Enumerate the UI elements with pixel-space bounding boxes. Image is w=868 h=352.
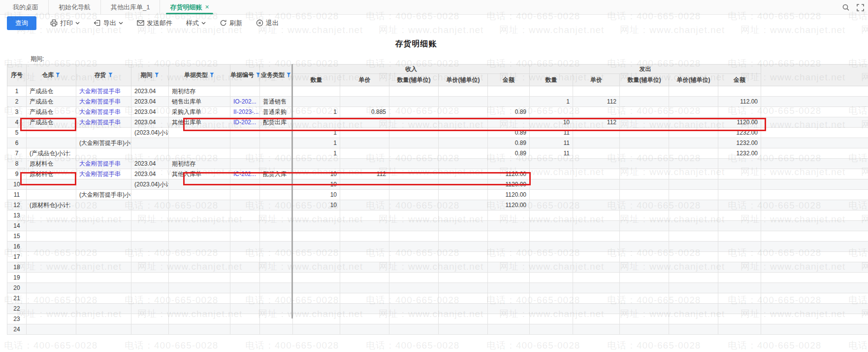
cell[interactable]: 普通销售 [260, 97, 293, 107]
tab-other-outbound-order[interactable]: 其他出库单_1 [100, 0, 160, 14]
row-number[interactable]: 8 [7, 159, 27, 169]
row-number[interactable]: 22 [7, 304, 27, 314]
cell[interactable]: 10 [293, 190, 340, 200]
column-header-inventory[interactable]: 存货 [76, 65, 131, 86]
cell[interactable]: 112 [573, 117, 620, 128]
cell[interactable]: 产成品仓 [27, 97, 76, 107]
cell[interactable]: 1120.00 [488, 179, 530, 190]
cell[interactable]: (2023.04)小计: [131, 128, 169, 138]
cell[interactable]: 2023.04 [131, 117, 169, 128]
tab-my-desktop[interactable]: 我的桌面 [3, 0, 48, 14]
cell[interactable]: 原材料仓 [27, 159, 76, 169]
cell[interactable]: 期初结存 [169, 159, 230, 169]
cell[interactable]: 11 [530, 138, 573, 148]
row-number[interactable]: 3 [7, 107, 27, 117]
cell[interactable]: 0.89 [488, 148, 530, 159]
link-cell[interactable]: 大金刚菩提手串 [76, 159, 131, 169]
cell[interactable]: 产成品仓 [27, 86, 76, 97]
export-button[interactable]: 导出 [94, 19, 123, 28]
filter-icon[interactable] [210, 72, 215, 78]
row-number[interactable]: 11 [7, 190, 27, 200]
row-number[interactable]: 1 [7, 86, 27, 97]
row-number[interactable]: 17 [7, 252, 27, 262]
link-cell[interactable]: II-2023-... [230, 107, 260, 117]
column-header-biz-type[interactable]: 业务类型 [260, 65, 293, 86]
cell[interactable]: 1120.00 [488, 190, 530, 200]
cell[interactable]: 2023.04 [131, 159, 169, 169]
row-number[interactable]: 21 [7, 293, 27, 304]
row-number[interactable]: 24 [7, 324, 27, 335]
close-icon[interactable]: × [205, 0, 209, 14]
cell[interactable]: (2023.04)小计: [131, 179, 169, 190]
cell[interactable]: 0.89 [488, 138, 530, 148]
link-cell[interactable]: 大金刚菩提手串 [76, 86, 131, 97]
column-header-warehouse[interactable]: 仓库 [27, 65, 76, 86]
cell[interactable]: 0.885 [340, 107, 389, 117]
row-number[interactable]: 18 [7, 262, 27, 273]
row-number[interactable]: 13 [7, 211, 27, 221]
cell[interactable]: (大金刚菩提手串)小计: [76, 138, 131, 148]
cell[interactable]: 配货出库 [260, 117, 293, 128]
send-email-button[interactable]: 发送邮件 [137, 19, 172, 28]
cell[interactable]: 1 [293, 107, 340, 117]
cell[interactable]: 普通采购 [260, 107, 293, 117]
row-number[interactable]: 9 [7, 169, 27, 179]
column-header-period[interactable]: 期间 [131, 65, 169, 86]
cell[interactable]: 期初结存 [169, 86, 230, 97]
cell[interactable]: 其他入库单 [169, 169, 230, 179]
link-cell[interactable]: 大金刚菩提手串 [76, 107, 131, 117]
cell[interactable]: 其他出库单 [169, 117, 230, 128]
column-subheader[interactable]: 数量(辅单位) [389, 74, 439, 86]
cell[interactable]: 10 [530, 117, 573, 128]
column-subheader[interactable]: 金额 [488, 74, 530, 86]
cell[interactable]: 112 [340, 169, 389, 179]
column-subheader[interactable]: 金额 [718, 74, 761, 86]
cell[interactable]: 2023.04 [131, 107, 169, 117]
row-number[interactable]: 12 [7, 200, 27, 211]
link-cell[interactable]: 大金刚菩提手串 [76, 97, 131, 107]
cell[interactable]: 产成品仓 [27, 117, 76, 128]
cell[interactable]: 1120.00 [488, 200, 530, 211]
cell[interactable]: 配货入库 [260, 169, 293, 179]
cell[interactable]: 产成品仓 [27, 107, 76, 117]
tab-init-navigation[interactable]: 初始化导航 [48, 0, 100, 14]
cell[interactable]: 2023.04 [131, 169, 169, 179]
row-number[interactable]: 4 [7, 117, 27, 128]
row-number[interactable]: 15 [7, 231, 27, 242]
cell[interactable]: 10 [293, 200, 340, 211]
column-subheader[interactable]: 单价 [340, 74, 389, 86]
filter-icon[interactable] [108, 72, 113, 78]
link-cell[interactable]: 大金刚菩提手串 [76, 169, 131, 179]
cell[interactable]: 采购入库单 [169, 107, 230, 117]
cell[interactable]: 112 [573, 97, 620, 107]
row-number[interactable]: 16 [7, 242, 27, 252]
cell[interactable]: (产成品仓)小计: [27, 148, 76, 159]
cell[interactable]: 1232.00 [718, 148, 761, 159]
column-subheader[interactable]: 数量 [530, 74, 573, 86]
row-number[interactable]: 14 [7, 221, 27, 231]
row-number[interactable]: 19 [7, 273, 27, 283]
cell[interactable]: 1 [293, 148, 340, 159]
cell[interactable]: 2023.04 [131, 86, 169, 97]
cell[interactable]: 1 [530, 97, 573, 107]
column-header-seq[interactable]: 序号 [7, 65, 27, 86]
column-subheader[interactable]: 单价(辅单位) [439, 74, 488, 86]
cell[interactable]: 1 [293, 128, 340, 138]
cell[interactable]: (原材料仓)小计: [27, 200, 76, 211]
filter-icon[interactable] [56, 72, 61, 78]
query-button[interactable]: 查询 [7, 16, 36, 30]
cell[interactable]: 10 [293, 169, 340, 179]
column-subheader[interactable]: 数量(辅单位) [620, 74, 669, 86]
row-number[interactable]: 23 [7, 314, 27, 324]
column-subheader[interactable]: 单价 [573, 74, 620, 86]
cell[interactable]: 11 [530, 128, 573, 138]
exit-button[interactable]: 退出 [256, 19, 279, 28]
link-cell[interactable]: IO-202... [230, 97, 260, 107]
row-number[interactable]: 2 [7, 97, 27, 107]
filter-icon[interactable] [256, 72, 260, 78]
row-number[interactable]: 7 [7, 148, 27, 159]
cell[interactable]: 1120.00 [718, 117, 761, 128]
link-cell[interactable]: ID-202... [230, 117, 260, 128]
row-number[interactable]: 20 [7, 283, 27, 293]
print-button[interactable]: 打印 [50, 19, 80, 28]
